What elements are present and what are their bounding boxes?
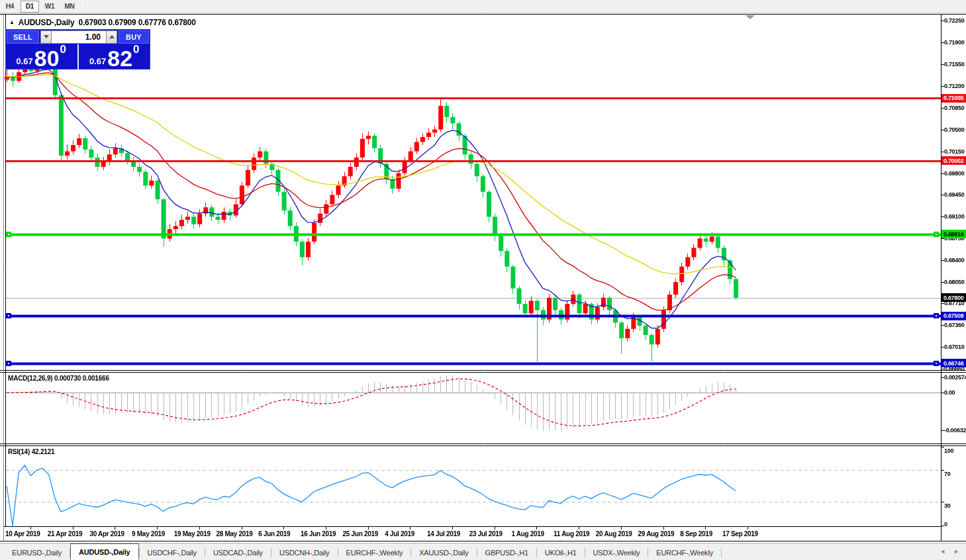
chart-tab-usdcad-daily[interactable]: USDCAD-,Daily — [205, 545, 271, 560]
price-level-box: 0.67508 — [942, 312, 966, 320]
chart-collapse-icon[interactable]: ▲ — [9, 19, 15, 25]
price-axis-label: 0.70500 — [944, 126, 966, 133]
price-axis-label: 0.68400 — [944, 257, 966, 263]
up-arrow-icon — [109, 35, 115, 38]
chart-tab-gbpusd-h1[interactable]: GBPUSD-,H1 — [477, 545, 536, 560]
timeframe-toolbar: H4D1W1MN — [0, 0, 966, 13]
toolbar-separator — [82, 1, 83, 12]
timeframe-button-h4[interactable]: H4 — [1, 1, 19, 13]
price-axis-label: 0.69450 — [944, 191, 966, 198]
timeframe-button-mn[interactable]: MN — [60, 1, 79, 13]
date-axis-label: 30 Apr 2019 — [89, 530, 124, 537]
rsi-axis-label: 30 — [944, 502, 966, 509]
rsi-axis-label: 70 — [944, 471, 966, 477]
price-axis-label: 0.71200 — [944, 83, 966, 89]
chart-tab-eurchf-weekly[interactable]: EURCHF-,Weekly — [338, 545, 411, 560]
macd-axis-label: 0.00 — [944, 389, 966, 396]
volume-increase-button[interactable] — [106, 30, 117, 44]
volume-input[interactable] — [52, 30, 106, 44]
date-axis-label: 14 Jul 2019 — [427, 530, 460, 537]
chart-tab-usdchf-daily[interactable]: USDCHF-,Daily — [140, 545, 205, 560]
one-click-controls-row: SELL BUY — [5, 29, 150, 44]
date-axis-label: 21 Apr 2019 — [48, 530, 82, 537]
sell-price-sup: 0 — [60, 43, 66, 56]
date-axis-label: 19 May 2019 — [174, 530, 211, 537]
date-axis-label: 4 Jul 2019 — [385, 530, 414, 537]
price-axis-label: 0.70150 — [944, 148, 966, 155]
buy-price-sup: 0 — [133, 43, 139, 56]
rsi-indicator-label: RSI(14) 42.2121 — [8, 448, 54, 455]
chart-tab-xauusd-daily[interactable]: XAUUSD-,Daily — [411, 545, 476, 560]
price-axis-label: 0.67010 — [944, 344, 966, 350]
chart-tab-bar: EURUSD-,DailyAUDUSD-,DailyUSDCHF-,DailyU… — [0, 543, 966, 560]
date-axis-label: 10 Apr 2019 — [5, 530, 40, 537]
date-axis-label: 16 Jun 2019 — [301, 530, 336, 537]
chart-tab-ukoil-h1[interactable]: UKOil-,H1 — [537, 545, 585, 560]
price-axis-label: 0.71550 — [944, 61, 966, 68]
price-axis-label: 0.69800 — [944, 170, 966, 177]
price-axis-label: 0.67360 — [944, 322, 966, 328]
date-axis-label: 25 Jun 2019 — [343, 530, 378, 537]
one-click-trading-panel: SELL BUY 0.67 80 0 0.67 82 0 — [5, 29, 150, 70]
price-axis-label: 0.72250 — [944, 17, 966, 24]
timeframe-button-w1[interactable]: W1 — [40, 1, 59, 13]
price-axis-label: 0.68050 — [944, 279, 966, 285]
date-axis-label: 9 May 2019 — [132, 530, 165, 537]
price-axis-label: 0.71900 — [944, 39, 966, 46]
chart-tab-eurusd-daily[interactable]: EURUSD-,Daily — [4, 545, 70, 560]
date-axis-label: 11 Aug 2019 — [554, 530, 589, 537]
price-level-box: 0.70002 — [942, 156, 966, 165]
tab-scroll-left-icon[interactable]: ◄ — [940, 548, 945, 555]
chart-symbol-label: AUDUSD-,Daily — [19, 18, 75, 27]
sell-price-big: 80 — [34, 48, 60, 68]
date-axis-label: 17 Sep 2019 — [722, 530, 758, 537]
price-chart[interactable] — [0, 0, 966, 560]
sell-button[interactable]: SELL — [7, 30, 39, 44]
chart-title: ▲ AUDUSD-,Daily 0.67903 0.67909 0.67776 … — [9, 18, 196, 27]
date-axis-label: 8 Sep 2019 — [680, 530, 712, 537]
date-axis-label: 29 Aug 2019 — [638, 530, 675, 537]
price-level-box: 0.66746 — [942, 359, 966, 367]
chart-tab-usdx-weekly[interactable]: USDX-,Weekly — [585, 545, 648, 560]
chart-tabs: EURUSD-,DailyAUDUSD-,DailyUSDCHF-,DailyU… — [0, 543, 722, 560]
date-axis-label: 23 Jul 2019 — [469, 530, 503, 537]
rsi-axis-label: 0 — [944, 521, 966, 528]
macd-indicator-label: MACD(12,26,9) 0.000730 0.001666 — [8, 375, 109, 382]
timeframe-button-d1[interactable]: D1 — [21, 1, 39, 13]
macd-axis-label: 0.002574 — [944, 374, 966, 381]
buy-price-big: 82 — [107, 48, 132, 68]
price-level-box: 0.67800 — [942, 293, 966, 302]
chart-tab-usdcnh-daily[interactable]: USDCNH-,Daily — [271, 545, 338, 560]
volume-decrease-button[interactable] — [40, 30, 52, 44]
tab-scroll-arrows: ◄ ► — [940, 543, 959, 560]
down-arrow-icon — [44, 35, 49, 38]
tab-scroll-right-icon[interactable]: ► — [953, 548, 959, 555]
buy-price-button[interactable]: 0.67 82 0 — [79, 44, 151, 70]
chart-tab-audusd-daily[interactable]: AUDUSD-,Daily — [70, 543, 138, 560]
date-axis-label: 1 Aug 2019 — [511, 530, 544, 537]
date-axis-label: 28 May 2019 — [217, 530, 253, 537]
tab-separator — [721, 548, 722, 557]
price-axis-label: 0.69100 — [944, 213, 966, 220]
price-axis-label: 0.70850 — [944, 105, 966, 111]
price-level-box: 0.71005 — [942, 94, 966, 103]
chart-tab-eurchf-weekly[interactable]: EURCHF-,Weekly — [648, 545, 721, 560]
timeframe-buttons: H4D1W1MN — [0, 1, 79, 13]
one-click-prices: 0.67 80 0 0.67 82 0 — [5, 44, 150, 70]
date-axis-label: 6 Jun 2019 — [258, 530, 290, 537]
date-axis-label: 20 Aug 2019 — [596, 530, 632, 537]
macd-axis-label: -0.00632 — [944, 427, 966, 434]
price-level-box: 0.68819 — [942, 230, 966, 238]
rsi-axis-label: 100 — [944, 447, 966, 454]
sell-price-button[interactable]: 0.67 80 0 — [5, 44, 79, 70]
buy-price-prefix: 0.67 — [89, 56, 106, 66]
sell-price-prefix: 0.67 — [16, 56, 32, 66]
chart-ohlc-values: 0.67903 0.67909 0.67776 0.67800 — [78, 18, 195, 27]
buy-button[interactable]: BUY — [119, 30, 149, 44]
